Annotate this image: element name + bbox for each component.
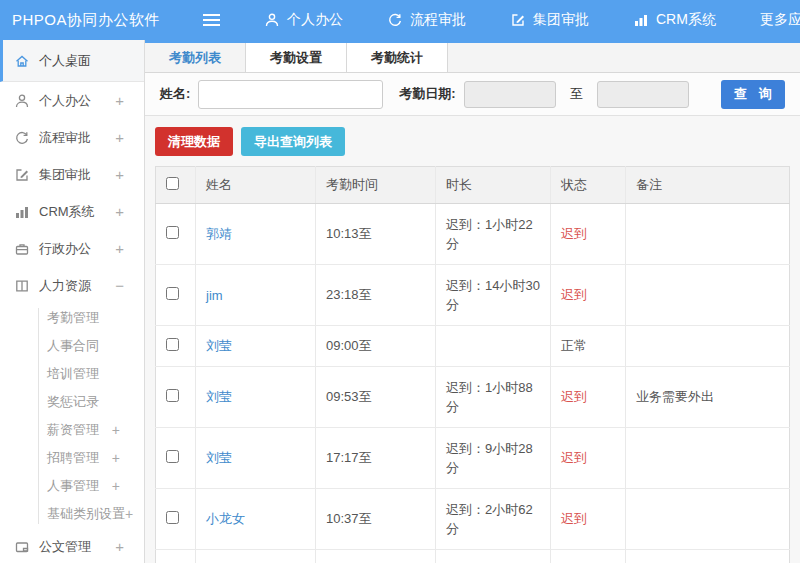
expand-icon[interactable]: + xyxy=(115,129,130,146)
sidebar-subitem-salary-mgmt[interactable]: 薪资管理 + xyxy=(0,416,144,444)
select-all-checkbox[interactable] xyxy=(166,177,179,190)
sidebar-subitem-recruit-mgmt[interactable]: 招聘管理 + xyxy=(0,444,144,472)
table-header-row: 姓名 考勤时间 时长 状态 备注 xyxy=(156,167,790,204)
duration-cell: 迟到：14小时30分 xyxy=(436,265,551,326)
export-list-button[interactable]: 导出查询列表 xyxy=(241,127,345,156)
nav-group-approval[interactable]: 集团审批 xyxy=(510,11,589,29)
chart-icon xyxy=(14,204,30,220)
attendance-time: 17:17至 xyxy=(316,428,436,489)
col-time: 考勤时间 xyxy=(316,167,436,204)
status-badge: 迟到 xyxy=(561,450,587,465)
sidebar-item-personal-office[interactable]: 个人办公 + xyxy=(0,82,144,119)
filter-bar: 姓名: 考勤日期: 至 查 询 xyxy=(145,73,800,116)
date-to-label: 至 xyxy=(570,85,583,103)
date-filter-label: 考勤日期: xyxy=(399,85,455,103)
attendance-time: 10:37至 xyxy=(316,489,436,550)
duration-cell: 迟到：1小时22分 xyxy=(436,204,551,265)
duration-cell: 迟到：9小时28分 xyxy=(436,428,551,489)
expand-icon[interactable]: + xyxy=(112,478,130,494)
menu-icon[interactable] xyxy=(203,19,220,21)
remark-cell: 业务需要外出 xyxy=(626,367,790,428)
date-from-input[interactable] xyxy=(464,81,556,108)
book-icon xyxy=(14,278,30,294)
name-filter-label: 姓名: xyxy=(160,85,190,103)
tab-attendance-list[interactable]: 考勤列表 xyxy=(145,43,246,72)
expand-icon[interactable]: + xyxy=(112,422,130,438)
flow-icon xyxy=(387,12,403,28)
tab-attendance-settings[interactable]: 考勤设置 xyxy=(246,43,347,72)
nav-personal-office[interactable]: 个人办公 xyxy=(264,11,343,29)
date-to-input[interactable] xyxy=(597,81,689,108)
table-row: 小龙女 10:37至 迟到：2小时62分 迟到 xyxy=(156,489,790,550)
sidebar-subitem-basic-category-settings[interactable]: 基础类别设置 + xyxy=(0,500,144,528)
row-checkbox[interactable] xyxy=(166,450,179,463)
employee-name-link[interactable]: 郭靖 xyxy=(206,226,232,241)
col-remark: 备注 xyxy=(626,167,790,204)
employee-name-link[interactable]: 刘莹 xyxy=(206,450,232,465)
tab-bar: 考勤列表 考勤设置 考勤统计 xyxy=(145,43,800,73)
expand-icon[interactable]: + xyxy=(115,166,130,183)
sidebar-subitem-attendance-mgmt[interactable]: 考勤管理 xyxy=(0,304,144,332)
app-logo: PHPOA协同办公软件 xyxy=(0,11,145,30)
flow-icon xyxy=(14,130,30,146)
content-area: 清理数据 导出查询列表 姓名 考勤时间 时长 状态 备注 xyxy=(145,116,800,563)
collapse-icon[interactable]: − xyxy=(115,277,130,294)
sidebar: 个人桌面 个人办公 + 流程审批 + 集团审批 + CRM系统 + 行政办公 + xyxy=(0,40,145,563)
edit-icon xyxy=(14,167,30,183)
nav-crm[interactable]: CRM系统 xyxy=(633,11,716,29)
table-row: 刘莹 09:53至 迟到：1小时88分 迟到 业务需要外出 xyxy=(156,367,790,428)
row-checkbox[interactable] xyxy=(166,287,179,300)
tab-attendance-stats[interactable]: 考勤统计 xyxy=(347,43,448,72)
status-badge: 迟到 xyxy=(561,226,587,241)
nav-more-apps[interactable]: 更多应用 ▼ xyxy=(760,11,800,29)
clean-data-button[interactable]: 清理数据 xyxy=(155,127,233,156)
sidebar-item-admin-office[interactable]: 行政办公 + xyxy=(0,230,144,267)
remark-cell xyxy=(626,489,790,550)
row-checkbox[interactable] xyxy=(166,511,179,524)
nav-workflow-approval[interactable]: 流程审批 xyxy=(387,11,466,29)
expand-icon[interactable]: + xyxy=(125,506,143,522)
chart-icon xyxy=(633,12,649,28)
table-row: 刘莹 17:17至 迟到：9小时28分 迟到 xyxy=(156,428,790,489)
remark-cell xyxy=(626,326,790,367)
name-filter-input[interactable] xyxy=(198,80,383,109)
employee-name-link[interactable]: jim xyxy=(206,288,223,303)
sidebar-subitem-reward-records[interactable]: 奖惩记录 xyxy=(0,388,144,416)
expand-icon[interactable]: + xyxy=(115,538,130,555)
status-badge: 正常 xyxy=(561,338,587,353)
remark-cell: 1111 xyxy=(626,550,790,563)
employee-name-link[interactable]: 刘莹 xyxy=(206,338,232,353)
sidebar-subitem-hr-contract[interactable]: 人事合同 xyxy=(0,332,144,360)
sidebar-subitem-personnel-mgmt[interactable]: 人事管理 + xyxy=(0,472,144,500)
table-row: jim 23:18至 迟到：14小时30分 迟到 xyxy=(156,265,790,326)
status-badge: 迟到 xyxy=(561,511,587,526)
expand-icon[interactable]: + xyxy=(115,240,130,257)
search-button[interactable]: 查 询 xyxy=(721,80,785,109)
row-checkbox[interactable] xyxy=(166,389,179,402)
expand-icon[interactable]: + xyxy=(115,203,130,220)
row-checkbox[interactable] xyxy=(166,226,179,239)
sidebar-item-document-mgmt[interactable]: 公文管理 + xyxy=(0,528,144,563)
sidebar-item-workflow-approval[interactable]: 流程审批 + xyxy=(0,119,144,156)
sidebar-item-group-approval[interactable]: 集团审批 + xyxy=(0,156,144,193)
attendance-time: 23:18至 xyxy=(316,265,436,326)
expand-icon[interactable]: + xyxy=(115,92,130,109)
sidebar-item-human-resources[interactable]: 人力资源 − xyxy=(0,267,144,304)
top-header: PHPOA协同办公软件 个人办公 流程审批 集团审批 CRM系统 更多应用 ▼ xyxy=(0,0,800,40)
remark-cell xyxy=(626,428,790,489)
sidebar-item-personal-desktop[interactable]: 个人桌面 xyxy=(0,40,144,82)
row-checkbox[interactable] xyxy=(166,338,179,351)
remark-cell xyxy=(626,265,790,326)
select-all-cell xyxy=(156,167,196,204)
edit-icon xyxy=(510,12,526,28)
employee-name-link[interactable]: 刘莹 xyxy=(206,389,232,404)
employee-name-link[interactable]: 小龙女 xyxy=(206,511,245,526)
expand-icon[interactable]: + xyxy=(112,450,130,466)
sidebar-subitem-training-mgmt[interactable]: 培训管理 xyxy=(0,360,144,388)
sidebar-item-crm[interactable]: CRM系统 + xyxy=(0,193,144,230)
toolbar: 清理数据 导出查询列表 xyxy=(155,127,790,156)
table-row: 郭靖 10:13至 迟到：1小时22分 迟到 xyxy=(156,204,790,265)
top-nav: 个人办公 流程审批 集团审批 CRM系统 更多应用 ▼ xyxy=(145,11,800,29)
attendance-table: 姓名 考勤时间 时长 状态 备注 郭靖 10:13至 迟到：1小时22分 迟到 xyxy=(155,166,790,563)
attendance-time: 10:54至10:54 xyxy=(316,550,436,563)
